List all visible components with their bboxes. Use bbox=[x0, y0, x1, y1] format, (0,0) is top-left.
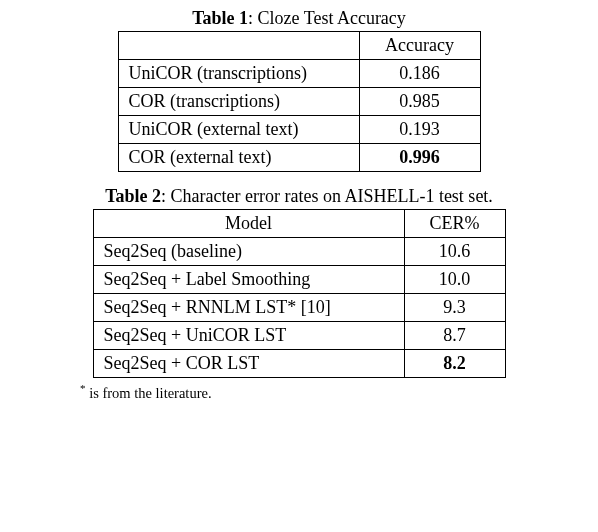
table2-header-col2: CER% bbox=[404, 210, 505, 238]
table2-header-col1: Model bbox=[93, 210, 404, 238]
table2-model-cell: Seq2Seq (baseline) bbox=[93, 238, 404, 266]
table-row: COR (external text) 0.996 bbox=[118, 144, 480, 172]
table1-acc-cell: 0.186 bbox=[359, 60, 480, 88]
table2-model-cell: Seq2Seq + COR LST bbox=[93, 350, 404, 378]
table-row: Seq2Seq + COR LST 8.2 bbox=[93, 350, 505, 378]
table1: Accuracy UniCOR (transcriptions) 0.186 C… bbox=[118, 31, 481, 172]
table1-model-cell: COR (transcriptions) bbox=[118, 88, 359, 116]
table-row: COR (transcriptions) 0.985 bbox=[118, 88, 480, 116]
table2-header-row: Model CER% bbox=[93, 210, 505, 238]
table1-model-cell: COR (external text) bbox=[118, 144, 359, 172]
table1-header-row: Accuracy bbox=[118, 32, 480, 60]
table1-acc-cell: 0.996 bbox=[359, 144, 480, 172]
table2-caption-prefix: Table 2 bbox=[105, 186, 161, 206]
table-row: Seq2Seq + UniCOR LST 8.7 bbox=[93, 322, 505, 350]
table-row: Seq2Seq + RNNLM LST* [10] 9.3 bbox=[93, 294, 505, 322]
table1-caption-text: : Cloze Test Accuracy bbox=[248, 8, 406, 28]
table2-model-cell: Seq2Seq + UniCOR LST bbox=[93, 322, 404, 350]
table-row: Seq2Seq + Label Smoothing 10.0 bbox=[93, 266, 505, 294]
table1-model-cell: UniCOR (transcriptions) bbox=[118, 60, 359, 88]
table1-acc-cell: 0.193 bbox=[359, 116, 480, 144]
table1-header-col2: Accuracy bbox=[359, 32, 480, 60]
table1-model-cell: UniCOR (external text) bbox=[118, 116, 359, 144]
table2-cer-cell: 10.0 bbox=[404, 266, 505, 294]
table1-caption-prefix: Table 1 bbox=[192, 8, 248, 28]
table2-model-cell: Seq2Seq + Label Smoothing bbox=[93, 266, 404, 294]
table2-cer-cell: 9.3 bbox=[404, 294, 505, 322]
table2-cer-cell: 8.7 bbox=[404, 322, 505, 350]
table2-model-cell: Seq2Seq + RNNLM LST* [10] bbox=[93, 294, 404, 322]
table2-caption: Table 2: Character error rates on AISHEL… bbox=[20, 186, 578, 207]
table2-cer-cell: 8.2 bbox=[404, 350, 505, 378]
table2-cer-cell: 10.6 bbox=[404, 238, 505, 266]
table1-acc-cell: 0.985 bbox=[359, 88, 480, 116]
table-row: UniCOR (external text) 0.193 bbox=[118, 116, 480, 144]
table1-header-col1 bbox=[118, 32, 359, 60]
footnote-text: is from the literature. bbox=[86, 385, 212, 401]
table2: Model CER% Seq2Seq (baseline) 10.6 Seq2S… bbox=[93, 209, 506, 378]
table-row: UniCOR (transcriptions) 0.186 bbox=[118, 60, 480, 88]
table-row: Seq2Seq (baseline) 10.6 bbox=[93, 238, 505, 266]
table2-footnote: * is from the literature. bbox=[80, 382, 578, 402]
table2-caption-text: : Character error rates on AISHELL-1 tes… bbox=[161, 186, 493, 206]
table1-caption: Table 1: Cloze Test Accuracy bbox=[20, 8, 578, 29]
